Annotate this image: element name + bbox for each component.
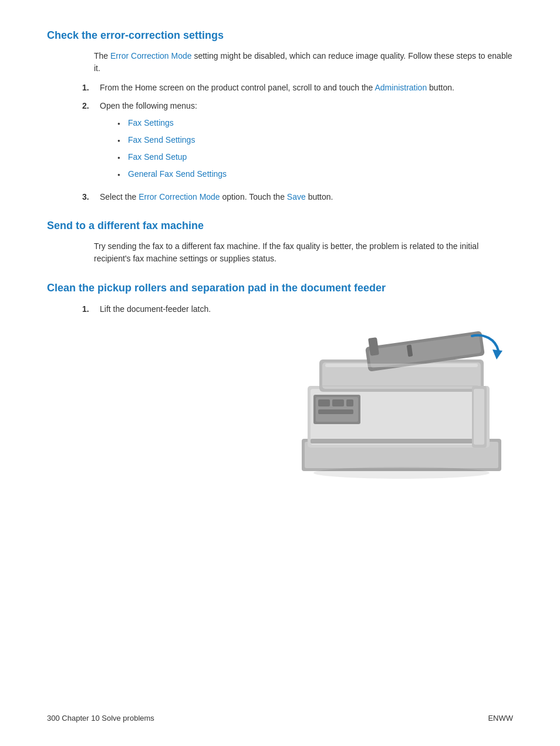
svg-rect-21 <box>325 364 478 367</box>
link-fax-send-setup[interactable]: Fax Send Setup <box>128 151 187 163</box>
step-2: 2. Open the following menus: ● Fax Setti… <box>82 100 513 185</box>
step-1-num: 1. <box>82 82 100 94</box>
section2-body: Try sending the fax to a different fax m… <box>94 240 513 265</box>
section3-step-1-num: 1. <box>82 303 100 315</box>
section1-intro: The Error Correction Mode setting might … <box>94 50 513 75</box>
link-administration[interactable]: Administration <box>375 83 427 92</box>
bullet-dot-3: ● <box>117 154 128 162</box>
link-error-correction-mode-1[interactable]: Error Correction Mode <box>110 51 192 61</box>
step-1-content: From the Home screen on the product cont… <box>100 82 513 94</box>
step-3-content: Select the Error Correction Mode option.… <box>100 191 513 203</box>
printer-image-container <box>94 327 513 492</box>
svg-rect-16 <box>311 439 475 443</box>
section-different-fax: Send to a different fax machine Try send… <box>47 220 513 265</box>
step-2-content: Open the following menus: ● Fax Settings… <box>100 100 513 185</box>
footer-left: 300 Chapter 10 Solve problems <box>47 714 154 723</box>
section1-steps: 1. From the Home screen on the product c… <box>82 82 513 203</box>
section1-heading: Check the error-correction settings <box>47 29 513 42</box>
section2-heading: Send to a different fax machine <box>47 220 513 232</box>
step-2-num: 2. <box>82 100 100 112</box>
printer-illustration <box>290 327 513 492</box>
section3-steps: 1. Lift the document-feeder latch. <box>82 303 513 315</box>
step-1: 1. From the Home screen on the product c… <box>82 82 513 94</box>
bullet-dot-4: ● <box>117 172 128 179</box>
bullet-item-general-fax: ● General Fax Send Settings <box>117 168 513 180</box>
bullet-dot-2: ● <box>117 137 128 145</box>
bullet-item-fax-send-setup: ● Fax Send Setup <box>117 151 513 163</box>
link-general-fax-send-settings[interactable]: General Fax Send Settings <box>128 168 227 180</box>
svg-rect-13 <box>332 399 344 406</box>
step-3-num: 3. <box>82 191 100 203</box>
section3-step-1: 1. Lift the document-feeder latch. <box>82 303 513 315</box>
svg-rect-14 <box>346 399 353 406</box>
link-save[interactable]: Save <box>287 192 306 201</box>
section3-heading: Clean the pickup rollers and separation … <box>47 281 513 295</box>
svg-marker-9 <box>492 350 502 359</box>
section-error-correction: Check the error-correction settings The … <box>47 29 513 203</box>
svg-rect-12 <box>318 399 330 406</box>
link-fax-settings[interactable]: Fax Settings <box>128 117 174 129</box>
link-fax-send-settings[interactable]: Fax Send Settings <box>128 134 195 146</box>
bullet-dot-1: ● <box>117 120 128 127</box>
step-3: 3. Select the Error Correction Mode opti… <box>82 191 513 203</box>
svg-rect-15 <box>318 409 353 414</box>
intro-prefix: The <box>94 51 110 61</box>
page-footer: 300 Chapter 10 Solve problems ENWW <box>47 714 513 723</box>
svg-point-20 <box>313 467 490 479</box>
bullet-item-fax-settings: ● Fax Settings <box>117 117 513 129</box>
section3-step-1-content: Lift the document-feeder latch. <box>100 303 513 315</box>
bullet-item-fax-send-settings: ● Fax Send Settings <box>117 134 513 146</box>
link-error-correction-mode-2[interactable]: Error Correction Mode <box>139 192 220 201</box>
footer-right: ENWW <box>488 714 513 723</box>
svg-rect-19 <box>474 389 484 445</box>
section-clean-rollers: Clean the pickup rollers and separation … <box>47 281 513 492</box>
bullet-list: ● Fax Settings ● Fax Send Settings ● Fax… <box>117 117 513 180</box>
